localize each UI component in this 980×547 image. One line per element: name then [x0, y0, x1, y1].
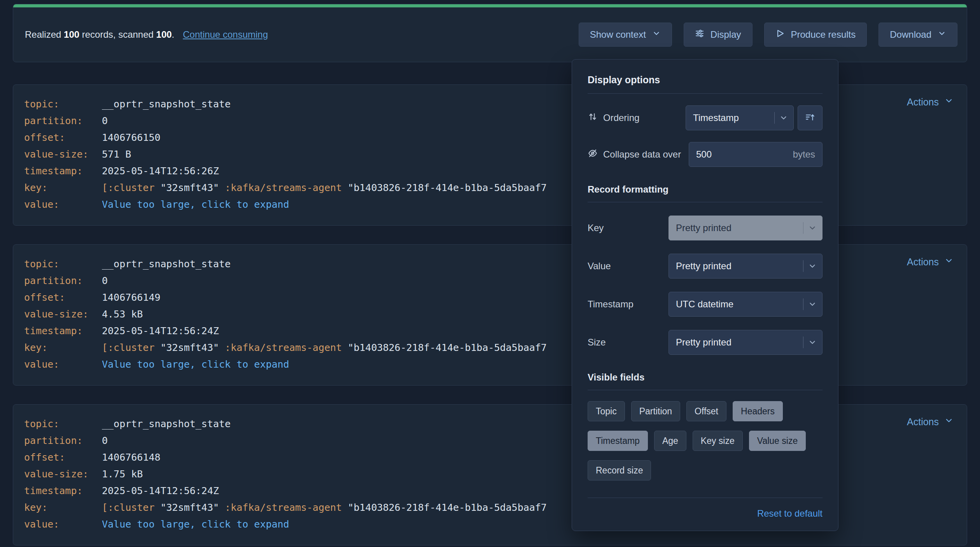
field-label-timestamp: timestamp:	[24, 163, 102, 179]
key-format-value: Pretty printed	[676, 223, 732, 233]
key-keyword: [:cluster	[102, 342, 161, 353]
consumer-status-card: Realized 100 records, scanned 100.Contin…	[13, 4, 967, 62]
actions-label: Actions	[907, 256, 939, 268]
collapse-bytes-input[interactable]: 500 bytes	[689, 142, 822, 167]
select-divider	[774, 112, 775, 124]
key-string: "32smft43"	[161, 342, 219, 353]
size-format-select[interactable]: Pretty printed	[668, 330, 822, 355]
visible-fields-chips: Topic Partition Offset Headers Timestamp…	[588, 401, 822, 480]
collapse-bytes-unit: bytes	[793, 149, 815, 160]
field-label-timestamp: timestamp:	[24, 323, 102, 339]
key-format-select[interactable]: Pretty printed	[668, 216, 822, 240]
chevron-down-icon	[944, 96, 954, 108]
show-context-button[interactable]: Show context	[579, 23, 672, 47]
summary-text: .	[172, 29, 175, 40]
produce-results-button[interactable]: Produce results	[764, 23, 867, 47]
record-actions-button[interactable]: Actions	[905, 416, 956, 428]
collapse-row: Collapse data over 500 bytes	[588, 142, 822, 167]
field-label-offset: offset:	[24, 449, 102, 466]
reset-to-default-link[interactable]: Reset to default	[757, 508, 822, 519]
field-label-timestamp: timestamp:	[24, 482, 102, 499]
field-label-topic: topic:	[24, 256, 102, 272]
record-formatting-title: Record formatting	[588, 184, 822, 202]
chip-headers[interactable]: Headers	[733, 401, 783, 421]
field-label-partition: partition:	[24, 112, 102, 129]
key-keyword: [:cluster	[102, 182, 161, 193]
record-actions-button[interactable]: Actions	[905, 256, 956, 268]
chip-topic[interactable]: Topic	[588, 401, 625, 421]
field-label-key: key:	[24, 179, 102, 196]
field-label-topic: topic:	[24, 96, 102, 112]
chip-timestamp[interactable]: Timestamp	[588, 431, 648, 451]
display-label: Display	[710, 29, 741, 40]
key-keyword: :kafka/streams-agent	[219, 182, 348, 193]
timestamp-format-select[interactable]: UTC datetime	[668, 292, 822, 317]
record-actions-button[interactable]: Actions	[905, 96, 956, 108]
produce-icon	[775, 29, 785, 40]
chevron-down-icon	[808, 224, 817, 232]
chevron-down-icon	[944, 256, 954, 268]
chevron-down-icon	[808, 300, 817, 309]
sliders-icon	[695, 29, 704, 40]
chip-age[interactable]: Age	[654, 431, 686, 451]
ordering-select-value: Timestamp	[693, 112, 739, 123]
show-context-label: Show context	[590, 29, 646, 40]
ordering-label: Ordering	[588, 112, 639, 124]
field-label-partition: partition:	[24, 432, 102, 449]
field-label-value: value:	[24, 356, 102, 373]
chevron-down-icon	[808, 262, 817, 270]
chip-value-size[interactable]: Value size	[749, 431, 806, 451]
chip-key-size[interactable]: Key size	[693, 431, 743, 451]
format-label-timestamp: Timestamp	[588, 299, 634, 310]
display-button[interactable]: Display	[684, 23, 752, 47]
field-label-value: value:	[24, 196, 102, 213]
timestamp-format-value: UTC datetime	[676, 299, 733, 310]
download-label: Download	[890, 29, 931, 40]
eye-off-icon	[588, 148, 598, 161]
key-string: "b1403826-218f-414e-b1ba-5da5baaf7	[348, 342, 547, 353]
chevron-down-icon	[652, 29, 661, 40]
ordering-label-text: Ordering	[603, 112, 639, 123]
expand-value-link[interactable]: Value too large, click to expand	[102, 199, 289, 210]
panel-footer: Reset to default	[588, 498, 822, 519]
key-keyword: :kafka/streams-agent	[219, 342, 348, 353]
chip-offset[interactable]: Offset	[686, 401, 726, 421]
key-string: "b1403826-218f-414e-b1ba-5da5baaf7	[348, 502, 547, 513]
summary-text: Realized	[25, 29, 64, 40]
download-button[interactable]: Download	[878, 23, 957, 47]
format-label-size: Size	[588, 337, 606, 348]
field-label-key: key:	[24, 339, 102, 356]
value-format-value: Pretty printed	[676, 261, 732, 272]
ordering-controls: Timestamp	[686, 105, 822, 130]
key-keyword: [:cluster	[102, 502, 161, 513]
expand-value-link[interactable]: Value too large, click to expand	[102, 359, 289, 370]
select-divider	[803, 222, 803, 234]
chip-record-size[interactable]: Record size	[588, 460, 651, 480]
chip-partition[interactable]: Partition	[631, 401, 680, 421]
consume-summary: Realized 100 records, scanned 100.Contin…	[25, 29, 268, 40]
progress-bar	[13, 4, 967, 7]
sort-arrows-icon	[588, 112, 598, 124]
field-label-value-size: value-size:	[24, 306, 102, 323]
actions-label: Actions	[907, 96, 939, 108]
format-label-value: Value	[588, 261, 611, 272]
chevron-down-icon	[944, 416, 954, 428]
chevron-down-icon	[808, 338, 817, 347]
sort-ascending-icon	[805, 112, 815, 124]
visible-fields-title: Visible fields	[588, 372, 822, 390]
field-label-key: key:	[24, 499, 102, 516]
continue-consuming-link[interactable]: Continue consuming	[183, 29, 268, 40]
ordering-select[interactable]: Timestamp	[686, 105, 794, 130]
format-row-value: Value Pretty printed	[588, 254, 822, 279]
actions-label: Actions	[907, 416, 939, 428]
size-format-value: Pretty printed	[676, 337, 732, 348]
expand-value-link[interactable]: Value too large, click to expand	[102, 519, 289, 530]
format-label-key: Key	[588, 223, 604, 233]
select-divider	[803, 260, 803, 272]
format-row-size: Size Pretty printed	[588, 330, 822, 355]
sort-direction-button[interactable]	[798, 105, 822, 130]
key-string: "b1403826-218f-414e-b1ba-5da5baaf7	[348, 182, 547, 193]
value-format-select[interactable]: Pretty printed	[668, 254, 822, 279]
format-row-timestamp: Timestamp UTC datetime	[588, 292, 822, 317]
key-string: "32smft43"	[161, 502, 219, 513]
